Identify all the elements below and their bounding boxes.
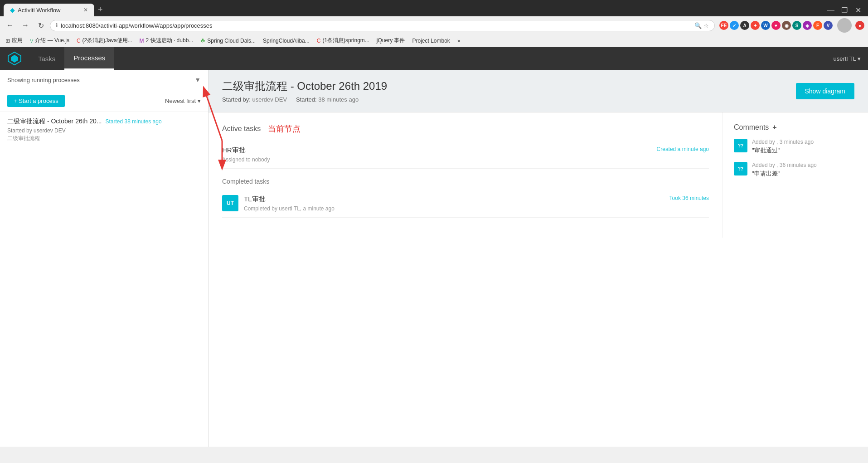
- completed-task-info: TL审批 Completed by usertl TL, a minute ag…: [244, 195, 335, 212]
- completed-task-description: Completed by usertl TL, a minute ago: [244, 205, 335, 212]
- comment-avatar-1: ??: [734, 139, 747, 152]
- maximize-button[interactable]: ❐: [838, 4, 851, 16]
- detail-panel: 二级审批流程 - October 26th 2019 Started by: u…: [209, 70, 868, 447]
- bookmark-java[interactable]: C (2条消息)Java使用...: [75, 36, 134, 45]
- task-avatar: UT: [222, 195, 238, 211]
- ext-icon11: V: [824, 21, 833, 30]
- sidebar: Showing running processes ▼ + Start a pr…: [0, 70, 209, 447]
- show-diagram-button[interactable]: Show diagram: [796, 83, 855, 99]
- task-assigned: Assigned to nobody: [222, 156, 657, 163]
- window-controls: — ❐ ✕: [824, 4, 864, 16]
- task-time-took: Took 36 minutes: [669, 195, 709, 201]
- bookmark-vue[interactable]: V 介绍 — Vue.js: [28, 36, 71, 45]
- ext-icon8: S: [792, 21, 801, 30]
- comments-title: Comments: [734, 123, 769, 132]
- ext-icon6: ♥: [771, 21, 781, 30]
- active-tasks-title: Active tasks: [222, 125, 261, 133]
- task-info: HR审批 Assigned to nobody: [222, 146, 657, 163]
- app-container: Tasks Processes usertl TL ▾ Showing runn…: [0, 47, 868, 447]
- current-node-label: 当前节点: [268, 123, 301, 134]
- address-input[interactable]: ℹ localhost:8080/activiti-app/workflow/#…: [50, 20, 715, 31]
- comment-item-2: ?? Added by , 36 minutes ago "申请出差": [734, 162, 857, 178]
- process-started-by: Started by userdev DEV: [7, 127, 201, 134]
- bookmark-springm[interactable]: C (1条消息)springm...: [315, 36, 371, 45]
- ext-icon4: ✦: [751, 21, 760, 30]
- dubbo-icon: M: [140, 38, 144, 44]
- detail-title: 二级审批流程 - October 26th 2019: [222, 79, 796, 93]
- bookmark-more[interactable]: »: [456, 37, 462, 45]
- user-avatar-icon: [837, 18, 852, 33]
- comments-title-row: Comments +: [734, 123, 857, 132]
- add-comment-button[interactable]: +: [772, 123, 776, 132]
- bookmark-lombok[interactable]: Project Lombok: [411, 37, 452, 45]
- detail-body: Active tasks 当前节点 HR审批 Assigned to nobod…: [209, 112, 868, 238]
- browser-tab-active[interactable]: ◆ Activiti Workflow ✕: [4, 4, 94, 16]
- started-meta: Started: 38 minutes ago: [296, 96, 359, 103]
- tab-close-button[interactable]: ✕: [83, 7, 88, 13]
- detail-title-section: 二级审批流程 - October 26th 2019 Started by: u…: [222, 79, 796, 103]
- active-task-item-row: HR审批 Assigned to nobody Created a minute…: [222, 146, 709, 163]
- app-logo: [7, 51, 22, 66]
- start-process-button[interactable]: + Start a process: [7, 95, 65, 107]
- main-content: Showing running processes ▼ + Start a pr…: [0, 70, 868, 447]
- minimize-button[interactable]: —: [824, 4, 837, 16]
- detail-meta: Started by: userdev DEV Started: 38 minu…: [222, 96, 796, 103]
- ext-icon10: F: [813, 21, 822, 30]
- active-task-item: HR审批 Assigned to nobody Created a minute…: [222, 141, 709, 169]
- app-nav: Tasks Processes: [29, 47, 114, 70]
- process-name: 二级审批流程 - October 26th 20...: [7, 117, 102, 126]
- bookmark-icon: ☆: [703, 22, 709, 29]
- process-item[interactable]: 二级审批流程 - October 26th 20... Started 38 m…: [0, 112, 208, 148]
- comment-body-2: Added by , 36 minutes ago "申请出差": [752, 162, 857, 178]
- search-icon: 🔍: [694, 22, 702, 29]
- comment-text-2: "申请出差": [752, 170, 857, 178]
- comment-avatar-2: ??: [734, 162, 747, 175]
- back-button[interactable]: ←: [4, 19, 16, 32]
- ext-fe-icon: FE: [719, 21, 728, 30]
- bookmark-dubbo[interactable]: M 2 快速启动 · dubb...: [138, 36, 195, 45]
- filter-icon[interactable]: ▼: [194, 76, 201, 83]
- comment-meta-2: Added by , 36 minutes ago: [752, 162, 857, 168]
- process-list: 二级审批流程 - October 26th 20... Started 38 m…: [0, 112, 208, 447]
- task-name: HR审批: [222, 146, 657, 155]
- forward-button[interactable]: →: [19, 19, 32, 32]
- address-bar-row: ← → ↻ ℹ localhost:8080/activiti-app/work…: [0, 16, 868, 34]
- process-item-header: 二级审批流程 - October 26th 20... Started 38 m…: [7, 117, 201, 126]
- reload-button[interactable]: ↻: [34, 19, 47, 32]
- sidebar-title: Showing running processes: [7, 77, 80, 83]
- comments-section: Comments + ?? Added by , 3 minutes ago "…: [723, 112, 868, 238]
- extension-icons: FE ✓ A ✦ W ♥ ◉ S ◈ F V: [719, 21, 833, 30]
- ext-check-icon: ✓: [730, 21, 739, 30]
- svg-marker-1: [11, 55, 18, 63]
- close-button[interactable]: ✕: [852, 4, 864, 16]
- bookmarks-bar: ⊞ 应用 V 介绍 — Vue.js C (2条消息)Java使用... M 2…: [0, 34, 868, 47]
- started-by-meta: Started by: userdev DEV: [222, 96, 287, 103]
- tab-title: Activiti Workflow: [18, 7, 60, 14]
- user-menu[interactable]: usertl TL ▾: [834, 55, 861, 62]
- nav-processes[interactable]: Processes: [64, 47, 114, 70]
- completed-task-item: UT TL审批 Completed by usertl TL, a minute…: [222, 190, 709, 218]
- ext-word-icon: W: [761, 21, 770, 30]
- sidebar-toolbar: + Start a process Newest first ▾: [0, 90, 208, 112]
- process-time: Started 38 minutes ago: [106, 118, 162, 125]
- new-tab-button[interactable]: +: [94, 5, 107, 15]
- sort-select[interactable]: Newest first ▾: [165, 97, 201, 104]
- completed-task-name: TL审批: [244, 195, 335, 204]
- sidebar-header: Showing running processes ▼: [0, 70, 208, 90]
- ext-abp-icon: A: [740, 21, 749, 30]
- apps-grid-icon: ⊞: [5, 38, 10, 44]
- tab-favicon: ◆: [10, 6, 15, 14]
- sort-arrow-icon: ▾: [198, 97, 201, 104]
- nav-tasks[interactable]: Tasks: [29, 47, 64, 70]
- bookmark-spring-cloud[interactable]: ☘ Spring Cloud Dals...: [199, 37, 257, 45]
- bookmark-apps[interactable]: ⊞ 应用: [4, 36, 24, 45]
- address-text: localhost:8080/activiti-app/workflow/#/a…: [61, 22, 692, 29]
- process-key: 二级审批流程: [7, 135, 201, 142]
- bookmark-springcloud-ali[interactable]: SpringCloudAliba...: [261, 37, 311, 45]
- bookmark-jquery[interactable]: jQuery 事件: [375, 36, 407, 45]
- completed-tasks-subsection: Completed tasks UT TL审批 Completed by use…: [222, 178, 709, 218]
- address-icons: 🔍 ☆: [694, 22, 709, 29]
- app-header-right: usertl TL ▾: [834, 55, 861, 62]
- vue-icon: V: [30, 38, 33, 44]
- comment-body-1: Added by , 3 minutes ago "审批通过": [752, 139, 857, 155]
